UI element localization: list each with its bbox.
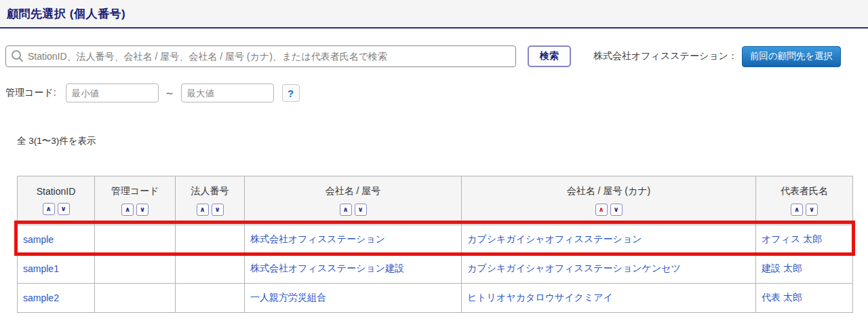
- sort-desc-button[interactable]: ∨: [806, 204, 818, 216]
- sort-desc-button[interactable]: ∨: [212, 204, 224, 216]
- select-previous-client-button[interactable]: 前回の顧問先を選択: [742, 46, 841, 67]
- cell-representative[interactable]: 代表 太郎: [756, 284, 853, 313]
- column-label: 法人番号: [177, 185, 243, 197]
- cell-corporate-number[interactable]: [176, 284, 245, 313]
- sort-desc-button[interactable]: ∨: [58, 203, 70, 215]
- search-row: 検索 株式会社オフィスステーション： 前回の顧問先を選択: [0, 45, 868, 67]
- sort-desc-button[interactable]: ∨: [610, 204, 623, 216]
- admin-code-filter: 管理コード: ～ ?: [0, 83, 868, 102]
- admin-code-max-input[interactable]: [181, 83, 274, 102]
- client-table-wrap: StationID ∧∨ 管理コード ∧∨ 法人番号 ∧∨ 会社名 / 屋号 ∧…: [17, 176, 852, 313]
- cell-company-name[interactable]: 一人親方労災組合: [245, 284, 462, 313]
- cell-corporate-number[interactable]: [176, 254, 245, 284]
- help-button[interactable]: ?: [282, 84, 300, 102]
- admin-code-min-input[interactable]: [66, 83, 159, 102]
- cell-admin-code[interactable]: [95, 284, 176, 313]
- cell-station-id[interactable]: sample2: [18, 284, 95, 313]
- sort-asc-button[interactable]: ∧: [791, 204, 803, 216]
- result-count: 全 3(1〜3)件を表示: [17, 135, 868, 147]
- current-client-label: 株式会社オフィスステーション：: [593, 50, 738, 62]
- cell-company-kana[interactable]: カブシキガイシャオフィスステーション: [462, 225, 756, 254]
- column-header-corporate-number: 法人番号 ∧∨: [176, 176, 245, 225]
- cell-company-kana[interactable]: ヒトリオヤカタロウサイクミアイ: [462, 284, 756, 313]
- table-row: sample1 株式会社オフィスステーション建設 カブシキガイシャオフィスステー…: [18, 254, 853, 284]
- column-label: StationID: [19, 186, 93, 197]
- column-label: 管理コード: [96, 185, 174, 197]
- cell-company-name[interactable]: 株式会社オフィスステーション: [245, 225, 462, 254]
- column-header-company-name: 会社名 / 屋号 ∧∨: [245, 176, 462, 225]
- page-header: 顧問先選択 (個人番号): [0, 0, 868, 28]
- range-separator: ～: [165, 87, 175, 100]
- column-header-stationid: StationID ∧∨: [18, 176, 95, 225]
- client-table: StationID ∧∨ 管理コード ∧∨ 法人番号 ∧∨ 会社名 / 屋号 ∧…: [17, 176, 853, 313]
- sort-asc-button[interactable]: ∧: [197, 204, 209, 216]
- column-label: 代表者氏名: [757, 185, 851, 197]
- cell-admin-code[interactable]: [95, 254, 176, 284]
- column-header-admin-code: 管理コード ∧∨: [95, 176, 176, 225]
- cell-corporate-number[interactable]: [176, 225, 245, 254]
- table-row: sample 株式会社オフィスステーション カブシキガイシャオフィスステーション…: [18, 225, 853, 254]
- cell-representative[interactable]: オフィス 太郎: [756, 225, 853, 254]
- sort-asc-button[interactable]: ∧: [43, 203, 55, 215]
- search-input[interactable]: [5, 45, 516, 67]
- admin-code-label: 管理コード:: [5, 87, 56, 99]
- sort-asc-button[interactable]: ∧: [121, 204, 134, 216]
- search-box: [5, 45, 516, 67]
- sort-desc-button[interactable]: ∨: [136, 204, 149, 216]
- column-label: 会社名 / 屋号: [246, 185, 460, 197]
- table-row: sample2 一人親方労災組合 ヒトリオヤカタロウサイクミアイ 代表 太郎: [18, 284, 853, 313]
- current-client-group: 株式会社オフィスステーション： 前回の顧問先を選択: [593, 46, 841, 67]
- search-button[interactable]: 検索: [528, 45, 571, 67]
- cell-admin-code[interactable]: [95, 225, 176, 254]
- cell-station-id[interactable]: sample: [18, 225, 95, 254]
- cell-company-name[interactable]: 株式会社オフィスステーション建設: [245, 254, 462, 284]
- column-label: 会社名 / 屋号 (カナ): [463, 185, 754, 197]
- sort-asc-button[interactable]: ∧: [340, 204, 352, 216]
- column-header-representative: 代表者氏名 ∧∨: [756, 176, 853, 225]
- sort-desc-button[interactable]: ∨: [355, 204, 367, 216]
- table-header-row: StationID ∧∨ 管理コード ∧∨ 法人番号 ∧∨ 会社名 / 屋号 ∧…: [18, 176, 853, 225]
- sort-asc-button[interactable]: ∧: [595, 204, 608, 216]
- cell-station-id[interactable]: sample1: [18, 254, 95, 284]
- cell-company-kana[interactable]: カブシキガイシャオフィスステーションケンセツ: [462, 254, 756, 284]
- column-header-company-kana: 会社名 / 屋号 (カナ) ∧∨: [462, 176, 756, 225]
- cell-representative[interactable]: 建設 太郎: [756, 254, 853, 284]
- page-title: 顧問先選択 (個人番号): [0, 6, 125, 22]
- search-icon: [11, 50, 24, 62]
